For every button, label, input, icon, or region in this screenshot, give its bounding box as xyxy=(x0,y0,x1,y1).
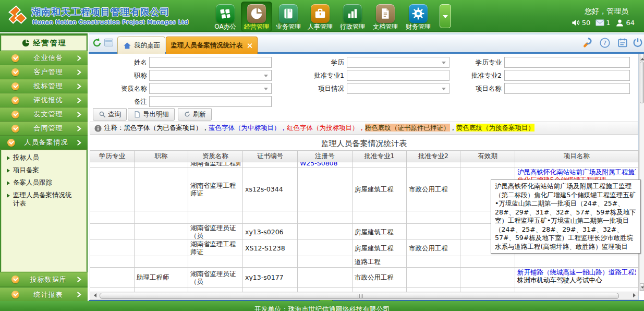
legend-prefix: 注释： xyxy=(104,124,124,133)
project-name-field[interactable] xyxy=(504,83,630,94)
sidebar-subitem-1[interactable]: 投标人员 xyxy=(2,150,80,163)
scroll-left-button[interactable] xyxy=(90,292,98,300)
project-link[interactable]: 新开铺路（绕城高速—韶山路）道路工程监理 xyxy=(517,268,636,276)
check-icon xyxy=(11,82,19,90)
table-cell-registration-no xyxy=(298,224,353,240)
online-users-indicator[interactable]: 64 xyxy=(615,19,635,27)
nav-item-document[interactable]: 文档管理 xyxy=(370,2,401,32)
triangle-up-icon xyxy=(641,56,644,60)
horizontal-scrollbar[interactable] xyxy=(90,292,638,300)
sidebar-bottom-item-2[interactable]: 统计报表 xyxy=(0,288,88,302)
approved-major-2-field[interactable] xyxy=(504,70,630,81)
qualification-name-select[interactable] xyxy=(149,83,272,94)
table-cell-title xyxy=(135,162,188,168)
remark-field[interactable] xyxy=(149,96,272,107)
cell-text: W25-S0808 xyxy=(300,162,350,167)
nav-item-gear[interactable]: 财务管理 xyxy=(403,2,434,32)
horizontal-scroll-thumb[interactable] xyxy=(100,293,619,299)
title-select[interactable] xyxy=(149,70,272,81)
vertical-scrollbar[interactable] xyxy=(639,54,644,291)
column-header-certificate-no[interactable]: 证书编号 xyxy=(243,151,298,162)
legend-segment: 黄色底纹（为预备案项目） xyxy=(456,124,534,131)
vertical-scroll-thumb[interactable] xyxy=(640,62,644,103)
sidebar-item-label: 统计报表 xyxy=(19,290,77,300)
refresh-page-icon[interactable] xyxy=(92,38,102,48)
table-row[interactable]: 湖南省监理工程师证（W25-S0808 xyxy=(90,162,639,168)
table-cell-approved-major-2 xyxy=(407,256,460,268)
table-cell-valid-period xyxy=(460,256,515,268)
project-link[interactable]: 沪昆高铁怀化南站站前广场及附属工程施工监理（第二标段） xyxy=(517,168,636,176)
page-icon xyxy=(133,111,141,118)
table-cell-certificate-no: xy13-s0177 xyxy=(243,268,298,288)
refresh-button[interactable]: 刷新 xyxy=(178,108,212,121)
column-header-registration-no[interactable]: 注册号 xyxy=(298,151,353,162)
nav-item-chart[interactable]: 行政管理 xyxy=(337,2,368,32)
table-cell-qualification-name xyxy=(188,256,243,268)
table-cell-title xyxy=(135,211,188,224)
export-button[interactable]: 导出明细 xyxy=(128,108,175,121)
tab-desktop[interactable]: 我的桌面 xyxy=(117,37,165,54)
table-cell-approved-major-1: 市政公用工程 xyxy=(353,268,407,288)
legend-segments: 黑色字体（为已备案项目），蓝色字体（为中标项目），红色字体（为投标项目），粉色底… xyxy=(124,124,535,133)
column-header-approved-major-1[interactable]: 批准专业1 xyxy=(353,151,407,162)
nav-item-briefcase[interactable]: 人事管理 xyxy=(305,2,336,32)
mail-indicator[interactable]: 1 xyxy=(596,19,610,27)
scroll-right-button[interactable] xyxy=(630,292,638,300)
nav-item-grid[interactable]: OA办公 xyxy=(210,2,241,32)
table-cell-registration-no xyxy=(298,268,353,288)
cell-text: 湖南省监理工程师证（ xyxy=(190,162,240,167)
help-icon[interactable]: ? xyxy=(599,37,611,49)
logout-power-icon[interactable] xyxy=(632,37,643,49)
table-cell-project-name: 新开铺路（绕城高速—韶山路）道路工程监理株洲市机动车驾驶人考试中心 xyxy=(515,268,639,288)
tab-active[interactable]: 监理人员备案情况统计表 xyxy=(166,37,258,54)
sidebar-item-7[interactable]: 人员备案情况 xyxy=(0,136,88,150)
nav-item-pie[interactable]: 经营管理 xyxy=(241,2,272,32)
close-icon[interactable] xyxy=(247,43,252,49)
volume-indicator[interactable]: 50 xyxy=(572,19,591,27)
nav-item-label: 业务管理 xyxy=(273,23,304,30)
pie-icon xyxy=(247,4,266,23)
column-header-title[interactable]: 职称 xyxy=(135,151,188,162)
sidebar-item-6[interactable]: 合同管理 xyxy=(0,122,88,136)
table-cell-qualification-name: 湖南省监理员证（员 xyxy=(188,268,243,288)
column-header-qualification-name[interactable]: 资质名称 xyxy=(188,151,243,162)
sidebar-subitem-2[interactable]: 项目备案 xyxy=(2,163,80,175)
table-row[interactable]: 助理工程师湖南省监理员证（员xy13-s0177市政公用工程新开铺路（绕城高速—… xyxy=(90,268,639,288)
table-cell-title xyxy=(135,240,188,256)
legend-segment: ， xyxy=(450,124,457,131)
column-header-approved-major-2[interactable]: 批准专业2 xyxy=(407,151,460,162)
sidebar-item-5[interactable]: 发文管理 xyxy=(0,107,88,122)
table-cell-education-major xyxy=(90,268,135,288)
window-icon[interactable] xyxy=(104,39,113,46)
book-icon xyxy=(279,4,298,23)
table-cell-approved-major-2 xyxy=(407,162,460,168)
scroll-up-button[interactable] xyxy=(640,54,644,61)
refresh-button-label: 刷新 xyxy=(193,110,206,119)
name-field[interactable] xyxy=(149,57,272,68)
column-header-valid-period[interactable]: 有效期 xyxy=(460,151,515,162)
column-header-project-name[interactable]: 项目名称 xyxy=(515,151,639,162)
sidebar-subitem-3[interactable]: 备案人员跟踪 xyxy=(2,175,80,188)
table-row[interactable]: 道路工程 xyxy=(90,256,639,268)
chevron-right-icon xyxy=(77,112,81,117)
table-cell-education-major xyxy=(90,240,135,256)
cell-text: 市政公用工程 xyxy=(409,185,448,193)
table-cell-certificate-no xyxy=(243,162,298,168)
query-button[interactable]: 查询 xyxy=(93,108,127,121)
nav-item-book[interactable]: 业务管理 xyxy=(273,2,304,32)
cell-text: 房屋建筑工程 xyxy=(355,244,394,252)
education-major-field[interactable] xyxy=(504,57,630,68)
column-header-education-major[interactable]: 学历专业 xyxy=(90,151,135,162)
sidebar-bottom-item-1[interactable]: 投标数据库 xyxy=(0,272,88,287)
online-count: 64 xyxy=(626,19,635,27)
sidebar-item-label: 人员备案情况 xyxy=(15,138,77,147)
table-cell-approved-major-1: 房屋建筑工程 xyxy=(353,240,407,256)
remark-label: 备注 xyxy=(69,96,147,107)
sidebar-item-label: 投标数据库 xyxy=(19,275,77,284)
scroll-down-button[interactable] xyxy=(640,283,644,291)
legend-segment: 黑色字体（为已备案项目）， xyxy=(124,124,209,131)
calendar-icon[interactable] xyxy=(617,37,628,49)
settings-wrench-icon[interactable] xyxy=(581,37,593,49)
sidebar-subitem-4[interactable]: 监理人员备案情况统计表 xyxy=(2,188,80,209)
nav-more-dropdown[interactable] xyxy=(440,4,451,28)
